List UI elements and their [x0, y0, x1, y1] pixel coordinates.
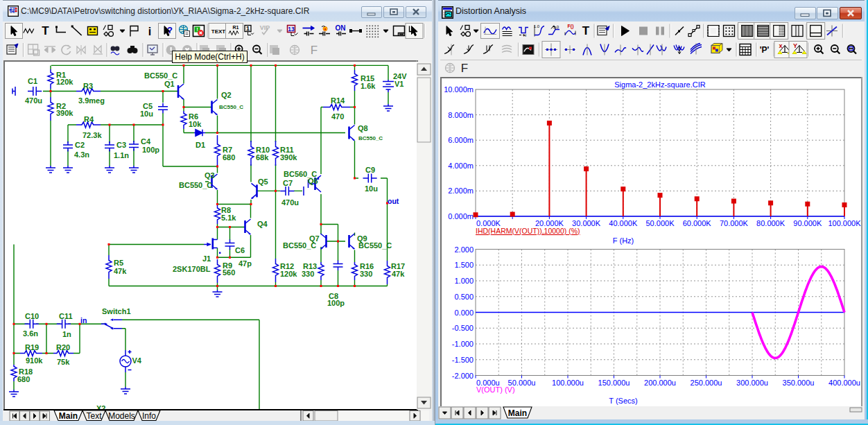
svg-text:10.000m: 10.000m — [444, 85, 474, 94]
svg-text:BC550_C: BC550_C — [179, 181, 212, 189]
svg-text:ON: ON — [336, 24, 346, 32]
svg-text:BC550_C: BC550_C — [358, 241, 392, 250]
svg-text:10u: 10u — [140, 110, 153, 118]
svg-text:V(OUT) (V): V(OUT) (V) — [476, 385, 515, 394]
svg-text:R3: R3 — [83, 82, 93, 90]
svg-text:x: x — [779, 42, 782, 49]
svg-text:out: out — [388, 197, 399, 205]
svg-text:6.000m: 6.000m — [448, 136, 474, 144]
svg-text:Sigma-2_2kHz-square.CIR: Sigma-2_2kHz-square.CIR — [614, 80, 705, 89]
svg-text:R19: R19 — [25, 343, 39, 352]
svg-text:250.000u: 250.000u — [691, 379, 722, 387]
svg-text:100.000u: 100.000u — [552, 379, 584, 387]
svg-text:D1: D1 — [196, 141, 205, 149]
svg-text:Q2: Q2 — [221, 91, 232, 99]
svg-text:1.6k: 1.6k — [361, 82, 376, 90]
svg-text:70.000K: 70.000K — [720, 219, 749, 227]
svg-text:C11: C11 — [59, 312, 73, 320]
svg-text:BC550_C: BC550_C — [358, 135, 383, 141]
svg-text:0.500: 0.500 — [454, 293, 474, 301]
svg-text:'P': 'P' — [760, 45, 770, 55]
svg-text:J1: J1 — [202, 254, 211, 263]
svg-text:TEXT: TEXT — [211, 28, 226, 35]
svg-text:47k: 47k — [114, 267, 127, 275]
svg-text:470u: 470u — [281, 198, 299, 207]
svg-text:IHD(HARM(V(OUT)),10000) (%): IHD(HARM(V(OUT)),10000) (%) — [476, 227, 580, 235]
svg-text:100p: 100p — [327, 299, 345, 307]
svg-text:30.000K: 30.000K — [572, 219, 601, 227]
svg-text:Q8: Q8 — [358, 124, 368, 132]
svg-text:in: in — [80, 316, 87, 324]
svg-text:2.000m: 2.000m — [448, 187, 474, 195]
svg-text:Switch1: Switch1 — [102, 307, 131, 315]
svg-text:Text: Text — [86, 411, 102, 421]
svg-text:120k: 120k — [280, 270, 297, 278]
svg-text:400.000u: 400.000u — [828, 379, 860, 387]
svg-text:5.1k: 5.1k — [221, 214, 236, 222]
svg-text:C6: C6 — [235, 246, 245, 254]
svg-text:10u: 10u — [365, 184, 378, 193]
svg-text:C9: C9 — [365, 166, 375, 174]
svg-text:C7: C7 — [283, 179, 293, 187]
svg-text:330: 330 — [302, 270, 314, 278]
svg-text:T: T — [582, 24, 590, 37]
svg-text:40.000K: 40.000K — [609, 219, 638, 227]
svg-text:20.000K: 20.000K — [535, 219, 564, 227]
svg-text:470: 470 — [331, 112, 344, 121]
svg-text:0.000m: 0.000m — [448, 212, 474, 220]
svg-text:50.000K: 50.000K — [646, 219, 675, 227]
svg-text:100.000K: 100.000K — [828, 219, 861, 227]
svg-text:1n: 1n — [62, 330, 71, 338]
svg-text:F(): F() — [568, 24, 574, 29]
svg-text:V1: V1 — [394, 80, 403, 88]
svg-text:80.000K: 80.000K — [756, 219, 785, 227]
svg-text:C4: C4 — [141, 137, 151, 146]
svg-text:350.000u: 350.000u — [783, 379, 815, 387]
svg-text:Main: Main — [59, 411, 78, 421]
svg-text:330: 330 — [360, 270, 372, 278]
svg-text:Q5: Q5 — [258, 177, 268, 186]
svg-text:BC550_C: BC550_C — [144, 71, 177, 80]
svg-text:3.9meg: 3.9meg — [78, 96, 105, 105]
svg-text:470u: 470u — [25, 96, 42, 105]
svg-text:Q4: Q4 — [257, 220, 268, 228]
svg-text:390k: 390k — [56, 109, 73, 117]
svg-text:60.000K: 60.000K — [683, 219, 712, 227]
svg-text:0.000: 0.000 — [454, 309, 474, 317]
svg-text:Info: Info — [142, 411, 156, 421]
svg-text:BC550_C: BC550_C — [283, 241, 316, 250]
svg-text:C2: C2 — [75, 141, 85, 149]
svg-text:C1: C1 — [28, 77, 37, 85]
svg-text:F: F — [311, 44, 318, 57]
svg-text:C10: C10 — [25, 312, 39, 320]
svg-text:R20: R20 — [56, 343, 70, 352]
svg-text:i: i — [148, 26, 151, 37]
svg-text:F: F — [461, 62, 468, 75]
svg-text:H: H — [523, 33, 526, 37]
svg-text:T: T — [42, 24, 49, 37]
svg-text:-1.000: -1.000 — [452, 340, 474, 348]
svg-text:BC550_C: BC550_C — [219, 104, 243, 110]
svg-text:1: 1 — [246, 25, 250, 32]
svg-text:C3: C3 — [116, 141, 126, 149]
svg-text:200.000u: 200.000u — [644, 379, 676, 387]
svg-text:680: 680 — [223, 153, 235, 162]
svg-text:150.000u: 150.000u — [598, 379, 630, 387]
svg-text:!: ! — [196, 26, 198, 33]
svg-text:47p: 47p — [238, 259, 252, 268]
svg-text:100p: 100p — [142, 146, 159, 154]
svg-text:680: 680 — [17, 375, 30, 383]
svg-text:F (Hz): F (Hz) — [613, 236, 634, 245]
svg-text:10k: 10k — [189, 120, 202, 128]
svg-text:4.000m: 4.000m — [448, 162, 474, 170]
svg-text:-0.500: -0.500 — [452, 324, 474, 332]
svg-text:R1: R1 — [233, 25, 239, 30]
svg-text:Q3: Q3 — [205, 171, 215, 180]
svg-text:?: ? — [167, 25, 173, 35]
svg-text:Main: Main — [508, 408, 527, 418]
svg-text:68k: 68k — [256, 153, 269, 162]
svg-text:560: 560 — [223, 268, 235, 277]
svg-text:Models: Models — [108, 411, 135, 421]
svg-text:120k: 120k — [56, 78, 73, 86]
svg-text:Q1: Q1 — [164, 80, 175, 88]
